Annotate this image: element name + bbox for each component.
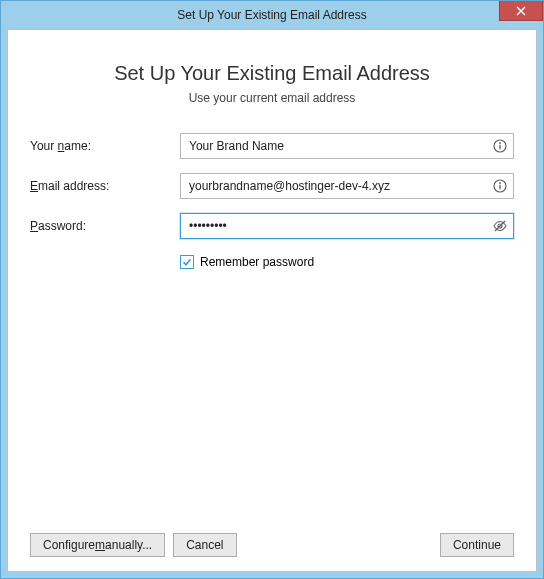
- window-title: Set Up Your Existing Email Address: [1, 8, 543, 22]
- remember-checkbox[interactable]: [180, 255, 194, 269]
- svg-rect-2: [499, 145, 500, 150]
- svg-point-1: [499, 142, 501, 144]
- close-button[interactable]: [499, 1, 543, 21]
- field-wrap-password: [180, 213, 514, 239]
- continue-button[interactable]: Continue: [440, 533, 514, 557]
- close-icon: [516, 6, 526, 16]
- remember-label: Remember password: [200, 255, 314, 269]
- checkmark-icon: [182, 257, 192, 267]
- label-password: Password:: [30, 219, 180, 233]
- password-input[interactable]: [180, 213, 514, 239]
- spacer: [30, 269, 514, 525]
- name-input[interactable]: [180, 133, 514, 159]
- eye-off-icon[interactable]: [492, 218, 508, 234]
- form: Your name: Email address:: [30, 133, 514, 269]
- cancel-button[interactable]: Cancel: [173, 533, 236, 557]
- svg-point-4: [499, 182, 501, 184]
- field-wrap-name: [180, 133, 514, 159]
- row-password: Password:: [30, 213, 514, 239]
- label-name: Your name:: [30, 139, 180, 153]
- row-email: Email address:: [30, 173, 514, 199]
- info-icon[interactable]: [492, 178, 508, 194]
- field-wrap-email: [180, 173, 514, 199]
- email-input[interactable]: [180, 173, 514, 199]
- titlebar: Set Up Your Existing Email Address: [1, 1, 543, 29]
- client-area: Set Up Your Existing Email Address Use y…: [7, 29, 537, 572]
- svg-rect-5: [499, 185, 500, 190]
- footer: Configure manually... Cancel Continue: [30, 533, 514, 557]
- window-frame: Set Up Your Existing Email Address Set U…: [0, 0, 544, 579]
- row-remember: Remember password: [180, 255, 514, 269]
- row-name: Your name:: [30, 133, 514, 159]
- configure-manually-button[interactable]: Configure manually...: [30, 533, 165, 557]
- label-email: Email address:: [30, 179, 180, 193]
- page-subheading: Use your current email address: [30, 91, 514, 105]
- page-heading: Set Up Your Existing Email Address: [30, 62, 514, 85]
- info-icon[interactable]: [492, 138, 508, 154]
